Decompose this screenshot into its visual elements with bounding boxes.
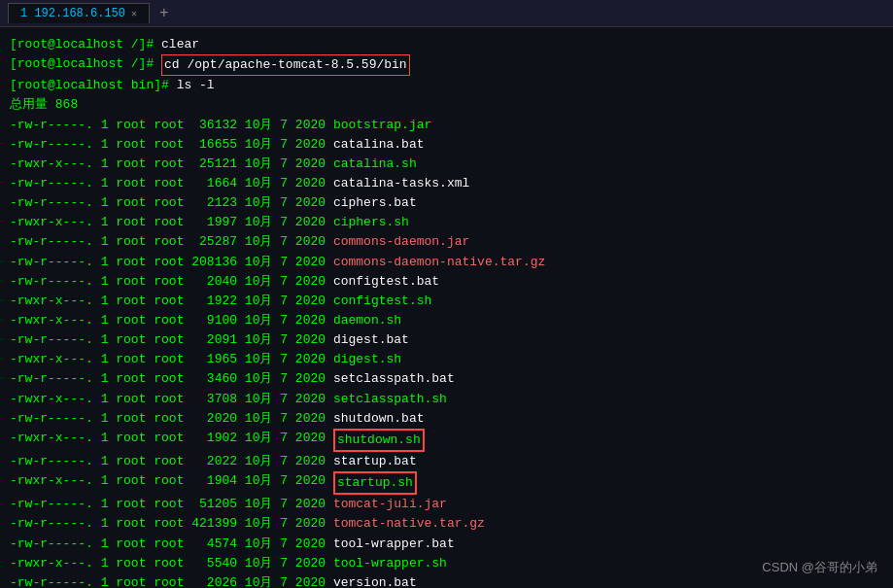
file-meta: 1 root root bbox=[101, 554, 192, 573]
file-size: 25287 bbox=[191, 232, 245, 252]
add-tab-button[interactable]: + bbox=[155, 5, 173, 22]
file-permissions: -rwxr-x---. bbox=[10, 350, 101, 369]
terminal-line: -rw-r-----. 1 root root 3460 10月 7 2020 … bbox=[10, 369, 883, 389]
file-name: catalina-tasks.xml bbox=[333, 174, 469, 193]
file-permissions: -rw-r-----. bbox=[10, 116, 101, 135]
file-size: 1902 bbox=[191, 429, 245, 452]
file-permissions: -rw-r-----. bbox=[10, 135, 101, 155]
file-name: tool-wrapper.bat bbox=[333, 535, 455, 554]
file-meta: 1 root root bbox=[101, 429, 192, 452]
file-meta: 1 root root bbox=[101, 174, 192, 193]
title-bar: 1 192.168.6.150 ✕ + bbox=[0, 0, 893, 27]
file-meta: 1 root root bbox=[101, 369, 192, 389]
terminal-line: 总用量 868 bbox=[10, 95, 883, 115]
terminal-line: -rw-r-----. 1 root root 208136 10月 7 202… bbox=[10, 253, 883, 272]
file-size: 1997 bbox=[191, 213, 245, 232]
file-meta: 1 root root bbox=[101, 350, 192, 369]
file-meta: 1 root root bbox=[101, 495, 192, 514]
file-date: 10月 7 2020 bbox=[245, 429, 333, 452]
file-meta: 1 root root bbox=[101, 573, 192, 588]
file-permissions: -rwxr-x---. bbox=[10, 429, 101, 452]
file-meta: 1 root root bbox=[101, 535, 192, 554]
terminal-prompt: [root@localhost /]# bbox=[10, 35, 161, 54]
file-permissions: -rw-r-----. bbox=[10, 369, 101, 389]
file-permissions: -rw-r-----. bbox=[10, 174, 101, 193]
terminal-tab[interactable]: 1 192.168.6.150 ✕ bbox=[8, 3, 150, 23]
file-date: 10月 7 2020 bbox=[245, 330, 333, 350]
file-size: 2123 bbox=[191, 193, 245, 213]
terminal-command: clear bbox=[161, 35, 199, 54]
file-meta: 1 root root bbox=[101, 213, 192, 232]
file-size: 1922 bbox=[191, 292, 245, 311]
file-size: 208136 bbox=[191, 253, 245, 272]
file-date: 10月 7 2020 bbox=[245, 213, 333, 232]
file-size: 3460 bbox=[191, 369, 245, 389]
terminal-line: -rw-r-----. 1 root root 1664 10月 7 2020 … bbox=[10, 174, 883, 193]
file-permissions: -rwxr-x---. bbox=[10, 292, 101, 311]
file-date: 10月 7 2020 bbox=[245, 554, 333, 573]
file-name: shutdown.bat bbox=[333, 409, 425, 429]
file-permissions: -rw-r-----. bbox=[10, 193, 101, 213]
file-permissions: -rwxr-x---. bbox=[10, 155, 101, 174]
file-permissions: -rw-r-----. bbox=[10, 330, 101, 350]
file-name: version.bat bbox=[333, 573, 417, 588]
file-permissions: -rw-r-----. bbox=[10, 514, 101, 534]
terminal-line: -rw-r-----. 1 root root 421399 10月 7 202… bbox=[10, 514, 883, 534]
file-meta: 1 root root bbox=[101, 452, 192, 471]
file-meta: 1 root root bbox=[101, 292, 192, 311]
terminal-command: cd /opt/apache-tomcat-8.5.59/bin bbox=[161, 54, 410, 76]
terminal-line: [root@localhost /]# cd /opt/apache-tomca… bbox=[10, 54, 883, 76]
file-date: 10月 7 2020 bbox=[245, 272, 333, 292]
terminal-line: -rw-r-----. 1 root root 2123 10月 7 2020 … bbox=[10, 193, 883, 213]
file-name: commons-daemon-native.tar.gz bbox=[333, 253, 545, 272]
terminal-line: -rw-r-----. 1 root root 2091 10月 7 2020 … bbox=[10, 330, 883, 350]
file-date: 10月 7 2020 bbox=[245, 409, 333, 429]
file-permissions: -rwxr-x---. bbox=[10, 471, 101, 495]
terminal-line: -rw-r-----. 1 root root 36132 10月 7 2020… bbox=[10, 116, 883, 135]
file-name: commons-daemon.jar bbox=[333, 232, 469, 252]
file-size: 2020 bbox=[191, 409, 245, 429]
file-name: tomcat-native.tar.gz bbox=[333, 514, 485, 534]
file-size: 5540 bbox=[191, 554, 245, 573]
file-date: 10月 7 2020 bbox=[245, 116, 333, 135]
file-name: ciphers.bat bbox=[333, 193, 417, 213]
file-meta: 1 root root bbox=[101, 155, 192, 174]
file-name: tomcat-juli.jar bbox=[333, 495, 447, 514]
file-date: 10月 7 2020 bbox=[245, 253, 333, 272]
file-name: startup.bat bbox=[333, 452, 417, 471]
file-date: 10月 7 2020 bbox=[245, 514, 333, 534]
file-name: digest.sh bbox=[333, 350, 401, 369]
file-permissions: -rw-r-----. bbox=[10, 409, 101, 429]
file-size: 16655 bbox=[191, 135, 245, 155]
terminal-line: -rwxr-x---. 1 root root 1997 10月 7 2020 … bbox=[10, 213, 883, 232]
file-size: 2040 bbox=[191, 272, 245, 292]
file-permissions: -rw-r-----. bbox=[10, 495, 101, 514]
file-permissions: -rw-r-----. bbox=[10, 535, 101, 554]
terminal-line: -rwxr-x---. 1 root root 9100 10月 7 2020 … bbox=[10, 311, 883, 330]
terminal-line: -rwxr-x---. 1 root root 25121 10月 7 2020… bbox=[10, 155, 883, 174]
terminal-line: -rw-r-----. 1 root root 2040 10月 7 2020 … bbox=[10, 272, 883, 292]
file-date: 10月 7 2020 bbox=[245, 292, 333, 311]
file-name: setclasspath.bat bbox=[333, 369, 455, 389]
file-permissions: -rw-r-----. bbox=[10, 573, 101, 588]
file-name: startup.sh bbox=[333, 471, 417, 495]
file-permissions: -rwxr-x---. bbox=[10, 554, 101, 573]
file-permissions: -rwxr-x---. bbox=[10, 213, 101, 232]
file-permissions: -rw-r-----. bbox=[10, 272, 101, 292]
file-meta: 1 root root bbox=[101, 272, 192, 292]
file-size: 1965 bbox=[191, 350, 245, 369]
file-size: 2022 bbox=[191, 452, 245, 471]
tab-close-button[interactable]: ✕ bbox=[131, 8, 137, 19]
file-meta: 1 root root bbox=[101, 311, 192, 330]
terminal-line: -rwxr-x---. 1 root root 5540 10月 7 2020 … bbox=[10, 554, 883, 573]
file-name: catalina.bat bbox=[333, 135, 425, 155]
file-date: 10月 7 2020 bbox=[245, 471, 333, 495]
file-size: 2026 bbox=[191, 573, 245, 588]
terminal-line: -rwxr-x---. 1 root root 3708 10月 7 2020 … bbox=[10, 390, 883, 409]
file-name: configtest.bat bbox=[333, 272, 439, 292]
file-date: 10月 7 2020 bbox=[245, 135, 333, 155]
file-meta: 1 root root bbox=[101, 330, 192, 350]
terminal-line: -rw-r-----. 1 root root 2020 10月 7 2020 … bbox=[10, 409, 883, 429]
file-permissions: -rw-r-----. bbox=[10, 452, 101, 471]
file-meta: 1 root root bbox=[101, 253, 192, 272]
